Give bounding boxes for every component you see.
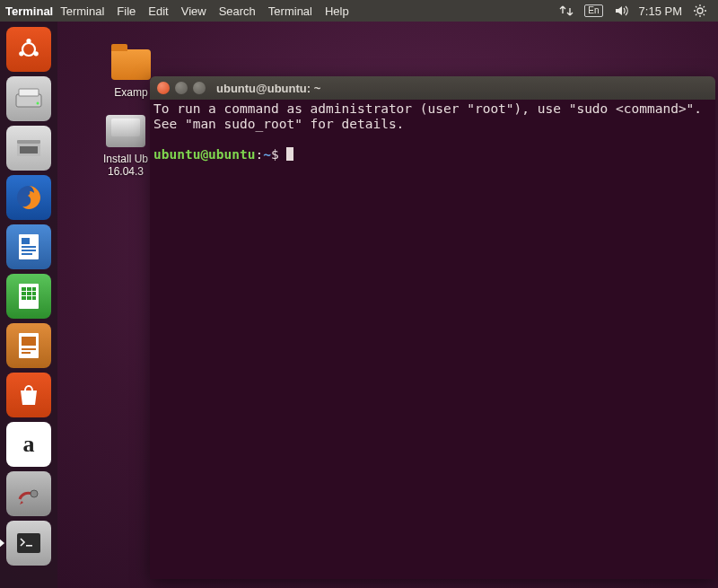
svg-rect-30 <box>22 352 31 354</box>
shopping-bag-icon <box>15 382 42 408</box>
svg-rect-27 <box>19 333 39 358</box>
ubuntu-logo-icon <box>15 36 42 63</box>
language-label: En <box>584 4 602 17</box>
svg-rect-6 <box>19 89 39 96</box>
svg-rect-10 <box>20 146 38 154</box>
system-gear-icon[interactable] <box>693 4 707 18</box>
terminal-body[interactable]: To run a command as administrator (user … <box>150 100 715 579</box>
svg-rect-18 <box>22 287 26 291</box>
network-indicator-icon[interactable] <box>559 4 574 17</box>
launcher-dash[interactable] <box>6 27 51 72</box>
prompt-sep: : <box>256 147 264 162</box>
svg-rect-29 <box>22 348 36 350</box>
svg-rect-22 <box>27 292 31 295</box>
folder-icon <box>111 49 151 80</box>
menu-search[interactable]: Search <box>219 4 256 18</box>
svg-rect-13 <box>22 238 30 244</box>
svg-rect-23 <box>32 292 36 295</box>
svg-rect-28 <box>22 337 36 346</box>
svg-point-7 <box>37 102 39 105</box>
window-minimize-icon[interactable] <box>175 82 188 94</box>
file-manager-icon <box>13 135 44 162</box>
disk-icon <box>106 115 145 147</box>
terminal-line: To run a command as administrator (user … <box>153 101 702 116</box>
prompt-end: $ <box>271 147 286 162</box>
menu-edit[interactable]: Edit <box>148 4 168 18</box>
svg-rect-20 <box>32 287 36 291</box>
settings-icon <box>14 479 43 508</box>
firefox-icon <box>13 182 44 213</box>
launcher-drive[interactable] <box>6 76 51 121</box>
window-close-icon[interactable] <box>157 82 170 94</box>
window-titlebar[interactable]: ubuntu@ubuntu: ~ <box>150 76 715 100</box>
writer-icon <box>15 232 42 262</box>
terminal-cursor <box>286 147 293 161</box>
svg-rect-25 <box>27 296 31 300</box>
menu-view[interactable]: View <box>181 4 206 18</box>
svg-rect-33 <box>26 545 32 547</box>
svg-rect-16 <box>22 253 32 255</box>
launcher-software[interactable] <box>6 373 51 417</box>
svg-rect-26 <box>32 296 36 300</box>
svg-point-1 <box>22 43 35 56</box>
menu-file[interactable]: File <box>117 4 136 18</box>
menu-terminal-2[interactable]: Terminal <box>268 4 312 18</box>
active-app-label: Terminal <box>5 4 53 18</box>
svg-point-2 <box>26 39 31 43</box>
launcher-terminal[interactable] <box>6 521 51 566</box>
clock-indicator[interactable]: 7:15 PM <box>639 4 682 18</box>
svg-point-0 <box>697 8 703 13</box>
svg-rect-19 <box>27 287 31 291</box>
svg-point-3 <box>19 51 23 56</box>
calc-icon <box>15 281 42 312</box>
launcher-calc[interactable] <box>6 274 51 319</box>
svg-rect-17 <box>19 284 39 309</box>
svg-rect-9 <box>17 144 40 156</box>
prompt-user: ubuntu@ubuntu <box>153 147 256 162</box>
top-menubar: Terminal Terminal File Edit View Search … <box>0 0 718 22</box>
launcher-settings[interactable] <box>6 471 51 516</box>
svg-rect-15 <box>22 250 36 251</box>
svg-rect-21 <box>22 292 26 295</box>
drive-icon <box>13 85 44 112</box>
launcher-writer[interactable] <box>6 224 51 269</box>
svg-rect-14 <box>22 246 36 248</box>
unity-launcher: a <box>0 22 57 588</box>
svg-rect-12 <box>19 234 39 259</box>
terminal-icon <box>13 530 44 557</box>
svg-rect-5 <box>16 94 41 107</box>
terminal-window: ubuntu@ubuntu: ~ To run a command as adm… <box>150 76 715 579</box>
launcher-files[interactable] <box>6 126 51 171</box>
menu-terminal[interactable]: Terminal <box>60 4 104 18</box>
menu-help[interactable]: Help <box>325 4 349 18</box>
terminal-line: See "man sudo_root" for details. <box>153 117 404 131</box>
prompt-path: ~ <box>263 147 271 162</box>
impress-icon <box>15 330 42 361</box>
window-title: ubuntu@ubuntu: ~ <box>216 82 320 95</box>
svg-rect-24 <box>22 296 26 300</box>
window-maximize-icon[interactable] <box>193 82 206 94</box>
language-indicator[interactable]: En <box>584 4 602 17</box>
svg-point-4 <box>34 51 39 56</box>
sound-indicator-icon[interactable] <box>614 4 628 17</box>
amazon-icon: a <box>23 433 35 456</box>
svg-rect-8 <box>17 140 40 144</box>
launcher-firefox[interactable] <box>6 175 51 220</box>
svg-point-31 <box>31 490 38 497</box>
launcher-amazon[interactable]: a <box>6 422 51 467</box>
svg-point-11 <box>17 186 40 209</box>
svg-rect-32 <box>17 533 40 553</box>
launcher-impress[interactable] <box>6 323 51 368</box>
